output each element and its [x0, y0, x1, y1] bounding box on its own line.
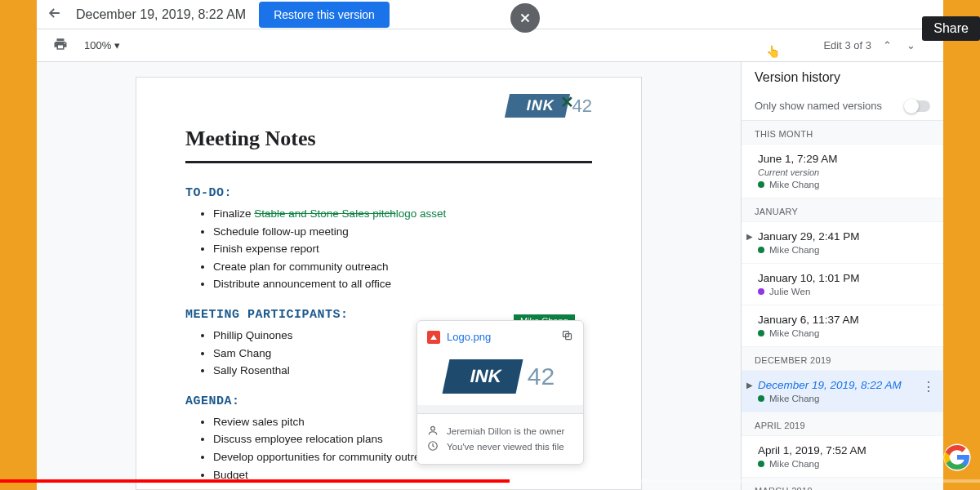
owner-text: Jeremiah Dillon is the owner	[447, 426, 564, 436]
file-name[interactable]: Logo.png	[447, 331, 555, 343]
owner-row: Jeremiah Dillon is the owner	[427, 425, 573, 438]
version-author: Mike Chang	[758, 394, 930, 403]
history-icon	[427, 440, 439, 453]
version-author: Mike Chang	[758, 245, 930, 255]
version-group-label: JANUARY	[742, 198, 943, 222]
version-title: December 19, 2019, 8:22 AM	[758, 379, 930, 391]
more-options-icon[interactable]: ⋮	[922, 379, 935, 394]
viewed-row: You've never viewed this file	[427, 440, 573, 453]
close-icon[interactable]	[510, 3, 540, 33]
version-title: January 29, 2:41 PM	[758, 230, 930, 243]
main-row: INK✕ 42 Meeting Notes TO-DO: Mike Chang …	[37, 62, 943, 490]
progress-fill	[0, 479, 510, 483]
toggle-label: Only show named versions	[755, 100, 882, 112]
version-group-label: DECEMBER 2019	[742, 347, 943, 371]
cursor-icon: 👆	[766, 45, 780, 58]
list-item: Schedule follow-up meeting	[213, 223, 592, 241]
author-dot-icon	[758, 181, 764, 188]
person-icon	[427, 425, 439, 438]
edit-navigation: Edit 3 of 3 ⌃ ⌄	[823, 38, 919, 53]
copy-icon[interactable]	[561, 329, 573, 345]
list-item: Finish expense report	[213, 240, 592, 258]
video-progress-bar[interactable]	[0, 479, 980, 483]
ink-logo-text: INK✕	[504, 94, 569, 118]
viewed-text: You've never viewed this file	[447, 442, 564, 452]
named-versions-toggle[interactable]	[906, 100, 930, 112]
version-title: January 6, 11:37 AM	[758, 314, 930, 326]
file-preview-card: Logo.png INK 42 Jeremiah Dillon is the o…	[416, 320, 584, 465]
version-title: January 10, 1:01 PM	[758, 272, 930, 284]
document-area: INK✕ 42 Meeting Notes TO-DO: Mike Chang …	[37, 62, 741, 490]
todo-heading: TO-DO:	[185, 186, 592, 200]
expand-caret-icon[interactable]: ▶	[746, 381, 753, 390]
edit-count-label: Edit 3 of 3	[823, 39, 871, 51]
file-card-header: Logo.png	[417, 321, 583, 353]
named-versions-toggle-row: Only show named versions	[742, 93, 943, 121]
chevron-down-icon: ▾	[114, 39, 120, 51]
version-title: June 1, 7:29 AM	[758, 153, 930, 165]
version-title: April 1, 2019, 7:52 AM	[758, 444, 930, 457]
preview-ink-text: INK	[442, 359, 523, 394]
version-list[interactable]: THIS MONTHJune 1, 7:29 AMCurrent version…	[742, 121, 943, 490]
author-dot-icon	[758, 330, 764, 336]
version-group-label: APRIL 2019	[742, 412, 943, 436]
close-x-icon: ✕	[559, 92, 574, 112]
version-item[interactable]: January 10, 1:01 PMJulie Wen	[742, 264, 943, 305]
image-icon	[427, 331, 440, 344]
version-author: Mike Chang	[758, 459, 930, 469]
next-edit-button[interactable]: ⌄	[903, 38, 919, 53]
prev-edit-button[interactable]: ⌃	[880, 38, 895, 53]
version-author: Mike Chang	[758, 180, 930, 189]
page-logo: INK✕ 42	[507, 94, 592, 118]
author-dot-icon	[758, 247, 764, 253]
author-dot-icon	[758, 288, 764, 295]
restore-button[interactable]: Restore this version	[259, 2, 390, 28]
version-item[interactable]: June 1, 7:29 AMCurrent versionMike Chang	[742, 145, 943, 198]
toolbar: 100% ▾ Edit 3 of 3 ⌃ ⌄	[37, 29, 943, 62]
zoom-select[interactable]: 100% ▾	[84, 39, 120, 51]
title-rule	[185, 161, 592, 163]
sidebar-title: Version history	[742, 62, 943, 93]
version-subtitle: Current version	[758, 167, 930, 177]
list-item: Create plan for community outreach	[213, 258, 592, 276]
author-dot-icon	[758, 461, 764, 467]
svg-point-2	[431, 426, 435, 430]
preview-number: 42	[528, 363, 555, 390]
version-history-sidebar: Version history Only show named versions…	[741, 62, 943, 490]
print-icon[interactable]	[53, 37, 68, 55]
list-item: Distribute announcement to all office	[213, 275, 592, 293]
document-title: Meeting Notes	[185, 127, 592, 151]
app-frame: December 19, 2019, 8:22 AM Restore this …	[37, 0, 943, 490]
zoom-value: 100%	[84, 39, 111, 51]
version-author: Julie Wen	[758, 287, 930, 296]
file-meta: Jeremiah Dillon is the owner You've neve…	[417, 413, 583, 464]
version-group-label: THIS MONTH	[742, 121, 943, 145]
logo-number: 42	[572, 96, 592, 117]
version-item[interactable]: ▶December 19, 2019, 8:22 AMMike Chang⋮	[742, 371, 943, 412]
list-item: Finalize Stable and Stone Sales pitchlog…	[213, 205, 592, 223]
version-author: Mike Chang	[758, 328, 930, 338]
share-button[interactable]: Share	[922, 16, 980, 41]
author-dot-icon	[758, 395, 764, 402]
file-preview-image: INK 42	[417, 353, 583, 405]
file-progress-bar	[417, 405, 583, 413]
todo-list: Finalize Stable and Stone Sales pitchlog…	[185, 205, 592, 293]
top-bar: December 19, 2019, 8:22 AM Restore this …	[37, 0, 943, 29]
version-item[interactable]: January 6, 11:37 AMMike Chang	[742, 305, 943, 347]
version-item[interactable]: ▶January 29, 2:41 PMMike Chang	[742, 222, 943, 264]
version-item[interactable]: April 1, 2019, 7:52 AMMike Chang	[742, 436, 943, 478]
google-logo-icon	[942, 443, 972, 472]
expand-caret-icon[interactable]: ▶	[746, 232, 753, 241]
back-arrow-icon[interactable]	[47, 5, 63, 24]
version-date-label: December 19, 2019, 8:22 AM	[76, 7, 246, 22]
